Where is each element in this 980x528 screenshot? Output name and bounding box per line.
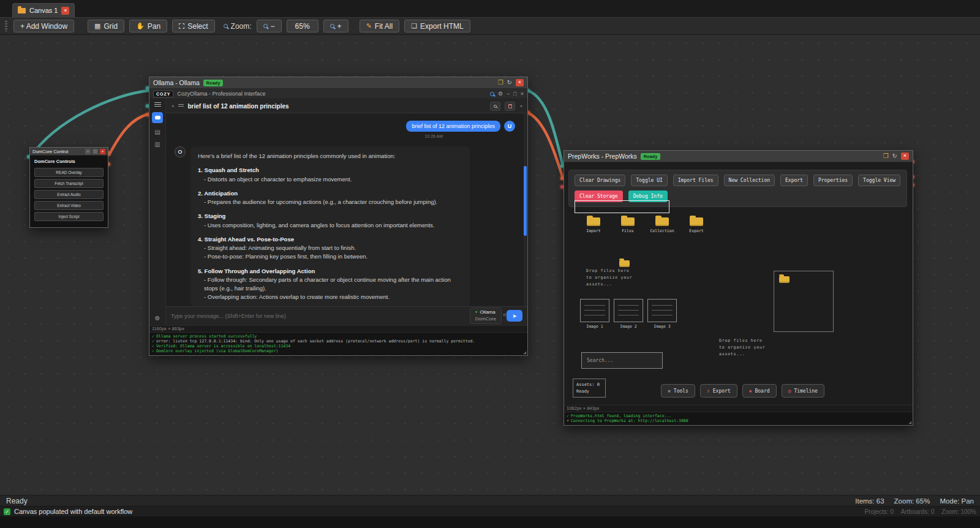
- zoom-out-button[interactable]: −: [257, 20, 282, 32]
- folder-import[interactable]: Import: [580, 217, 607, 233]
- refresh-icon[interactable]: ↻: [507, 80, 512, 86]
- wire-ollama-prepworks-teal[interactable]: [528, 91, 563, 166]
- chat-delete-button[interactable]: [505, 102, 515, 111]
- board-button[interactable]: ❖ Board: [742, 384, 777, 398]
- ollama-titlebar[interactable]: Ollama - Ollama Ready ❐ ↻ ×: [149, 77, 527, 89]
- send-button[interactable]: ➤: [507, 310, 522, 322]
- send-icon: ➤: [512, 313, 517, 319]
- status-zoom: Zoom: 65%: [894, 497, 930, 505]
- refresh-icon[interactable]: ↻: [892, 153, 897, 159]
- maximize-icon[interactable]: □: [513, 91, 516, 97]
- info-artboards: Artboards: 0: [901, 508, 934, 515]
- grid-button[interactable]: ▦ Grid: [88, 20, 124, 32]
- toggle-ui-button[interactable]: Toggle UI: [631, 175, 667, 186]
- domcore-titlebar[interactable]: DomCore Control − □ ×: [30, 148, 108, 156]
- fit-all-button[interactable]: ✎ Fit All: [360, 20, 400, 32]
- prepworks-console: ✓PrepWorks.html found, loading interface…: [564, 412, 913, 425]
- app-sidebar: ▤ ▥ ⚙: [149, 99, 166, 325]
- prepworks-body: Clear Drawings Toggle UI Import Files Ne…: [564, 162, 913, 405]
- toggle-view-button[interactable]: Toggle View: [858, 175, 900, 186]
- menu-icon[interactable]: [154, 102, 161, 107]
- add-window-button[interactable]: + Add Window: [13, 20, 74, 32]
- clear-drawings-button[interactable]: Clear Drawings: [575, 175, 625, 186]
- tools-button[interactable]: ⚒ Tools: [661, 384, 695, 398]
- close-icon[interactable]: ×: [521, 91, 524, 97]
- canvas-folder-icon: [18, 8, 26, 13]
- ready-badge: Ready: [641, 153, 661, 160]
- wire-domcore-ollama-orange[interactable]: [109, 114, 149, 155]
- sidebar-item-chat[interactable]: [152, 112, 163, 123]
- scrollbar-thumb[interactable]: [524, 166, 527, 236]
- image-thumbnail: [614, 299, 643, 322]
- settings-gear-icon[interactable]: ⚙: [155, 315, 160, 322]
- fetch-transcript-button[interactable]: Fetch Transcript: [34, 179, 104, 188]
- export-button[interactable]: Export: [780, 175, 808, 186]
- properties-button[interactable]: Properties: [813, 175, 853, 186]
- close-icon[interactable]: ×: [516, 79, 524, 86]
- floating-folder-icon[interactable]: [619, 260, 630, 267]
- window-prepworks: PrepWorks - PrepWorks Ready ❐ ↻ × Clear …: [564, 150, 913, 426]
- chat-search-button[interactable]: [490, 102, 500, 111]
- principle-item: 3. Staging - Uses composition, lighting,…: [198, 212, 462, 230]
- board-icon: ❖: [749, 388, 752, 394]
- chat-title: brief list of 12 animation principles: [188, 103, 289, 110]
- copy-icon[interactable]: ❐: [883, 153, 889, 159]
- drop-zone-rectangle[interactable]: [774, 271, 834, 332]
- ollama-title: Ollama - Ollama: [153, 79, 200, 86]
- assets-status-box: Assets: 0 Ready: [573, 379, 606, 398]
- zoom-in-button[interactable]: +: [323, 20, 349, 32]
- read-overlay-button[interactable]: READ Overlay: [34, 168, 104, 177]
- prepworks-titlebar[interactable]: PrepWorks - PrepWorks Ready ❐ ↻ ×: [564, 151, 913, 162]
- toolbar-grip[interactable]: [5, 21, 7, 31]
- resize-handle[interactable]: ◢: [908, 420, 911, 425]
- maximize-icon[interactable]: □: [92, 149, 98, 154]
- wire-ollama-prepworks-orange[interactable]: [528, 113, 563, 178]
- export-button[interactable]: ⇧ Export: [700, 384, 737, 398]
- chat-scrollbar[interactable]: [524, 113, 527, 306]
- notes-icon[interactable]: ▥: [154, 141, 160, 148]
- folder-files[interactable]: Files: [614, 217, 641, 233]
- model-chip[interactable]: ● Ollama DomCore: [470, 307, 502, 324]
- tab-close-icon[interactable]: ×: [61, 7, 69, 15]
- copy-icon[interactable]: ❐: [498, 80, 503, 86]
- fit-all-icon: ✎: [366, 23, 372, 29]
- user-message-bubble: brief list of 12 animation principles: [406, 121, 500, 132]
- resize-handle[interactable]: ◢: [523, 350, 526, 355]
- console-line: DomCore overlay injected (via GlobalDomC…: [156, 349, 279, 353]
- minimize-icon[interactable]: −: [507, 91, 510, 97]
- image-thumbnail: [647, 299, 677, 322]
- tab-bar: Canvas 1 ×: [0, 0, 980, 17]
- pan-button[interactable]: ✋ Pan: [129, 20, 167, 32]
- app-title: CozyOllama - Professional Interface: [177, 91, 265, 97]
- new-collection-button[interactable]: New Collection: [724, 175, 775, 186]
- extract-video-button[interactable]: Extract Video: [34, 201, 104, 210]
- search-input[interactable]: [581, 352, 663, 369]
- inject-script-button[interactable]: Inject Script: [34, 212, 104, 221]
- message-input[interactable]: [171, 313, 465, 319]
- extract-audio-button[interactable]: Extract Audio: [34, 190, 104, 199]
- image-placeholder[interactable]: Image 3: [647, 299, 677, 329]
- close-icon[interactable]: ×: [100, 149, 105, 154]
- gear-icon[interactable]: ⚙: [498, 91, 503, 97]
- folder-export[interactable]: Export: [683, 217, 710, 233]
- tab-canvas-1[interactable]: Canvas 1 ×: [12, 3, 75, 17]
- close-icon[interactable]: ×: [901, 153, 909, 160]
- search-icon: [494, 105, 497, 108]
- documents-icon[interactable]: ▤: [154, 129, 160, 135]
- timeline-button[interactable]: ◷ Timeline: [782, 384, 824, 398]
- collapse-left-icon[interactable]: ◂: [172, 104, 174, 108]
- app-titlebar[interactable]: COZY CozyOllama - Professional Interface…: [149, 89, 527, 99]
- search-icon[interactable]: [490, 92, 494, 96]
- collapse-right-icon[interactable]: ◂: [519, 104, 522, 108]
- zoom-value[interactable]: 65%: [287, 20, 318, 32]
- minimize-icon[interactable]: −: [85, 149, 91, 154]
- image-placeholder[interactable]: Image 2: [614, 299, 643, 329]
- canvas[interactable]: DomCore Control − □ × DomCore Controls R…: [0, 35, 980, 495]
- image-placeholder[interactable]: Image 1: [580, 299, 609, 329]
- select-button[interactable]: Select: [172, 20, 214, 32]
- conversation-list-icon[interactable]: [178, 104, 184, 108]
- import-files-button[interactable]: Import Files: [673, 175, 718, 186]
- export-html-button[interactable]: ❏ Export HTML: [404, 20, 470, 32]
- folder-collection[interactable]: Collection: [649, 217, 676, 233]
- domcore-header: DomCore Controls: [34, 159, 104, 164]
